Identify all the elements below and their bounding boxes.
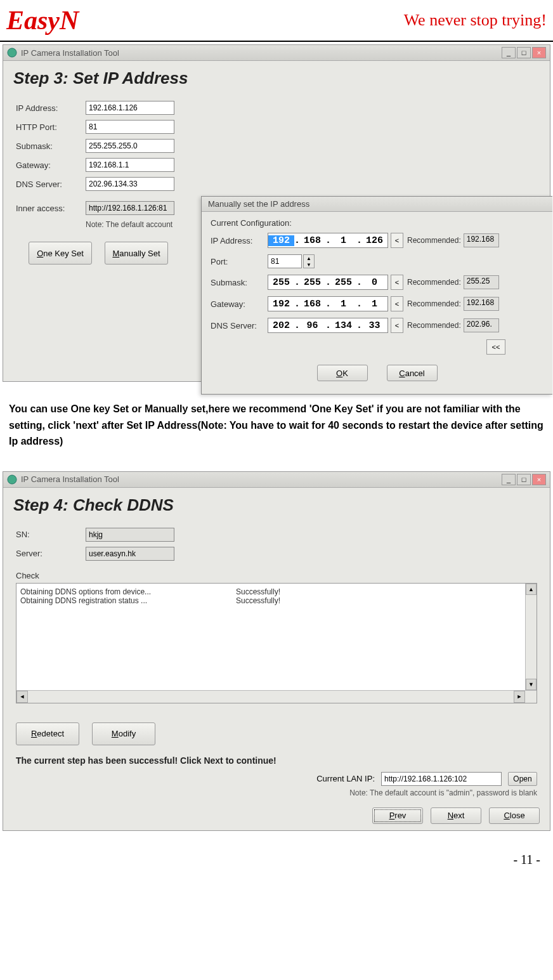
ip-octet-4[interactable]: 126 [361, 235, 387, 246]
sn-label: SN: [16, 530, 86, 539]
manually-set-button[interactable]: Manually Set [105, 242, 168, 265]
gw-octet-2[interactable]: 168 [299, 299, 325, 310]
logo: EasyN [6, 5, 79, 36]
svg-point-0 [8, 48, 16, 57]
vertical-scrollbar[interactable]: ▲ ▼ [525, 584, 537, 690]
port-spinner[interactable]: ▲▼ [303, 254, 315, 268]
sm-octet-1[interactable]: 255 [268, 277, 294, 288]
ip-label: IP Address: [16, 103, 86, 113]
dlg-dns-label: DNS Server: [211, 321, 268, 330]
dlg-submask-field[interactable]: 255. 255. 255. 0 [268, 275, 388, 290]
titlebar: IP Camera Installation Tool _ □ × [3, 472, 550, 488]
close-button[interactable]: × [532, 47, 546, 58]
server-label: Server: [16, 549, 86, 558]
spinner-down-icon[interactable]: ▼ [304, 261, 314, 268]
dlg-port-input[interactable] [268, 254, 302, 268]
rec-label: Recommended: [407, 299, 461, 308]
ip-octet-1[interactable]: 192 [268, 235, 294, 246]
dns-octet-3[interactable]: 134 [330, 320, 356, 331]
scroll-up-icon[interactable]: ▲ [526, 584, 537, 595]
submask-input[interactable] [86, 139, 174, 153]
close-button[interactable]: × [532, 474, 546, 485]
gateway-label: Gateway: [16, 160, 86, 170]
spinner-up-icon[interactable]: ▲ [304, 255, 314, 261]
gw-octet-3[interactable]: 1 [330, 299, 356, 310]
server-input[interactable] [86, 547, 174, 561]
note-text: Note: The default account is "admin", pa… [3, 788, 550, 801]
lan-input[interactable] [381, 772, 502, 786]
window-step3: IP Camera Installation Tool _ □ × Step 3… [3, 44, 550, 382]
dlg-dns-field[interactable]: 202. 96. 134. 33 [268, 318, 388, 333]
sm-octet-3[interactable]: 255 [330, 277, 356, 288]
gw-apply-rec-button[interactable]: < [391, 296, 403, 311]
modify-button[interactable]: Modify [92, 722, 155, 745]
check-label: Check [16, 571, 537, 580]
dns-octet-2[interactable]: 96 [299, 320, 325, 331]
ip-octet-3[interactable]: 1 [330, 235, 356, 246]
dlg-ip-field[interactable]: 192. 168. 1. 126 [268, 233, 388, 248]
ok-button[interactable]: OK [317, 365, 368, 381]
rec-label: Recommended: [407, 278, 461, 287]
sm-octet-2[interactable]: 255 [299, 277, 325, 288]
redetect-button[interactable]: Redetect [16, 722, 79, 745]
port-input[interactable] [86, 120, 174, 134]
collapse-button[interactable]: << [486, 339, 505, 355]
cancel-button[interactable]: Cancel [387, 365, 438, 381]
svg-point-1 [8, 475, 16, 484]
window-step4: IP Camera Installation Tool _ □ × Step 4… [3, 471, 550, 831]
log-box: Obtaining DDNS options from device... Su… [16, 583, 537, 703]
minimize-button[interactable]: _ [502, 47, 516, 58]
dns-input[interactable] [86, 177, 174, 191]
sn-input[interactable] [86, 528, 174, 542]
dlg-gateway-field[interactable]: 192. 168. 1. 1 [268, 296, 388, 311]
one-key-set-button[interactable]: One Key Set [29, 242, 92, 265]
rec-dns: 202.96. [464, 318, 499, 332]
maximize-button[interactable]: □ [517, 474, 531, 485]
rec-sm: 255.25 [464, 275, 499, 289]
submask-label: Submask: [16, 141, 86, 151]
rec-label: Recommended: [407, 236, 461, 245]
inner-label: Inner access: [16, 204, 86, 213]
next-button[interactable]: Next [431, 807, 481, 824]
gw-octet-1[interactable]: 192 [268, 299, 294, 310]
step-title: Step 4: Check DDNS [3, 488, 550, 523]
dialog-title: Manually set the IP address [202, 197, 552, 212]
dns-label: DNS Server: [16, 180, 86, 189]
sm-apply-rec-button[interactable]: < [391, 275, 403, 290]
log-msg: Obtaining DDNS options from device... [20, 587, 236, 596]
dlg-submask-label: Submask: [211, 278, 268, 287]
titlebar: IP Camera Installation Tool _ □ × [3, 45, 550, 61]
dlg-gateway-label: Gateway: [211, 299, 268, 309]
dns-octet-4[interactable]: 33 [361, 320, 387, 331]
rec-label: Recommended: [407, 321, 461, 330]
step-title: Step 3: Set IP Address [3, 61, 550, 96]
prev-button[interactable]: Prev [372, 807, 423, 824]
app-icon [7, 48, 17, 58]
gateway-input[interactable] [86, 158, 174, 172]
instruction-text: You can use One key Set or Manually set,… [0, 395, 553, 469]
maximize-button[interactable]: □ [517, 47, 531, 58]
minimize-button[interactable]: _ [502, 474, 516, 485]
scroll-left-icon[interactable]: ◄ [16, 691, 28, 703]
log-status: Successfully! [236, 587, 280, 596]
ip-apply-rec-button[interactable]: < [391, 233, 403, 248]
dns-apply-rec-button[interactable]: < [391, 318, 403, 333]
dns-octet-1[interactable]: 202 [268, 320, 294, 331]
port-label: HTTP Port: [16, 122, 86, 132]
open-button[interactable]: Open [508, 772, 537, 786]
sm-octet-4[interactable]: 0 [361, 277, 387, 288]
current-config-label: Current Configuration: [211, 218, 543, 228]
scroll-down-icon[interactable]: ▼ [526, 679, 537, 690]
ip-input[interactable] [86, 101, 174, 115]
inner-input[interactable] [86, 201, 174, 215]
close-button[interactable]: Close [489, 807, 540, 824]
ip-octet-2[interactable]: 168 [299, 235, 325, 246]
lan-label: Current LAN IP: [316, 774, 375, 783]
horizontal-scrollbar[interactable]: ◄ ► [16, 690, 537, 703]
page-number: - 11 - [0, 844, 553, 886]
scroll-right-icon[interactable]: ► [514, 691, 525, 703]
slogan: We never stop trying! [404, 11, 547, 30]
window-title: IP Camera Installation Tool [21, 474, 500, 484]
log-status: Successfully! [236, 596, 280, 605]
gw-octet-4[interactable]: 1 [361, 299, 387, 310]
